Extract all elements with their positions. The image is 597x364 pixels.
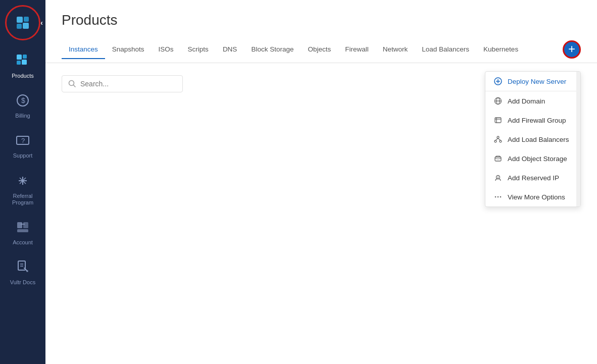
svg-rect-5 bbox=[23, 55, 27, 59]
tab-kubernetes[interactable]: Kubernetes bbox=[476, 40, 525, 59]
svg-rect-32 bbox=[495, 118, 501, 123]
docs-icon bbox=[14, 258, 32, 276]
add-firewall-label: Add Firewall Group bbox=[508, 117, 566, 124]
search-icon bbox=[68, 80, 76, 88]
svg-point-23 bbox=[26, 270, 28, 272]
add-firewall-item[interactable]: Add Firewall Group bbox=[485, 111, 580, 130]
billing-icon: $ bbox=[14, 91, 32, 110]
sidebar-item-support[interactable]: ? Support bbox=[0, 125, 45, 165]
svg-point-37 bbox=[500, 140, 502, 142]
sidebar-collapse-icon: ‹ bbox=[40, 19, 43, 27]
reserved-ip-icon bbox=[493, 173, 503, 182]
tab-objects[interactable]: Objects bbox=[301, 40, 338, 59]
search-box bbox=[62, 75, 183, 92]
add-reserved-ip-item[interactable]: Add Reserved IP bbox=[485, 168, 580, 187]
sidebar-item-support-label: Support bbox=[13, 152, 33, 159]
tab-firewall[interactable]: Firewall bbox=[338, 40, 376, 59]
view-more-options-label: View More Options bbox=[508, 193, 565, 201]
tab-network[interactable]: Network bbox=[376, 40, 415, 59]
svg-point-45 bbox=[500, 196, 502, 198]
tab-load-balancers[interactable]: Load Balancers bbox=[415, 40, 476, 59]
add-load-balancers-item[interactable]: Add Load Balancers bbox=[485, 130, 580, 149]
deploy-server-label: Deploy New Server bbox=[508, 78, 566, 85]
svg-rect-1 bbox=[24, 17, 29, 22]
account-icon bbox=[14, 218, 32, 236]
support-icon: ? bbox=[14, 131, 32, 149]
svg-rect-4 bbox=[17, 55, 22, 60]
sidebar-item-docs-label: Vultr Docs bbox=[10, 279, 35, 286]
svg-rect-17 bbox=[23, 222, 28, 228]
load-balancer-icon bbox=[493, 135, 503, 144]
tab-block-storage[interactable]: Block Storage bbox=[244, 40, 301, 59]
deploy-server-item[interactable]: Deploy New Server bbox=[485, 72, 580, 91]
dropdown-menu: Deploy New Server Add Domain bbox=[485, 71, 581, 207]
svg-point-43 bbox=[495, 196, 496, 198]
svg-rect-16 bbox=[17, 222, 22, 228]
svg-line-38 bbox=[495, 138, 498, 140]
page-title: Products bbox=[62, 12, 581, 28]
referral-icon bbox=[14, 172, 32, 190]
view-more-options-item[interactable]: View More Options bbox=[485, 187, 580, 206]
main-content: Products Instances Snapshots ISOs Script… bbox=[45, 0, 597, 364]
add-button[interactable]: + bbox=[563, 40, 581, 59]
tab-dns[interactable]: DNS bbox=[216, 40, 244, 59]
add-domain-label: Add Domain bbox=[508, 97, 545, 105]
tabs-bar: Instances Snapshots ISOs Scripts DNS Blo… bbox=[45, 36, 597, 63]
sidebar-item-products-label: Products bbox=[12, 73, 33, 79]
scroll-hint bbox=[576, 72, 580, 206]
svg-rect-0 bbox=[17, 17, 23, 23]
firewall-icon bbox=[493, 116, 503, 125]
sidebar-item-products[interactable]: Products bbox=[0, 45, 45, 85]
sidebar-item-billing-label: Billing bbox=[15, 113, 30, 119]
add-load-balancers-label: Add Load Balancers bbox=[508, 136, 569, 143]
search-input[interactable] bbox=[80, 80, 176, 88]
add-reserved-ip-label: Add Reserved IP bbox=[508, 174, 559, 182]
svg-point-44 bbox=[498, 196, 499, 198]
plus-icon: + bbox=[568, 43, 575, 55]
content-area: Deploy New Server Add Domain bbox=[45, 63, 597, 364]
sidebar-item-referral-label: Referral Program bbox=[4, 193, 41, 206]
tab-instances[interactable]: Instances bbox=[62, 40, 105, 59]
tab-scripts[interactable]: Scripts bbox=[181, 40, 216, 59]
add-object-storage-item[interactable]: Add Object Storage bbox=[485, 149, 580, 168]
svg-point-36 bbox=[494, 140, 496, 142]
svg-rect-7 bbox=[22, 60, 27, 65]
svg-rect-18 bbox=[17, 229, 28, 232]
svg-rect-3 bbox=[23, 23, 29, 29]
more-options-icon bbox=[493, 192, 503, 201]
domain-icon bbox=[493, 96, 503, 106]
svg-rect-2 bbox=[17, 24, 22, 29]
svg-point-42 bbox=[498, 177, 499, 178]
tab-isos[interactable]: ISOs bbox=[152, 40, 181, 59]
sidebar-item-billing[interactable]: $ Billing bbox=[0, 85, 45, 125]
add-domain-item[interactable]: Add Domain bbox=[485, 91, 580, 111]
object-storage-icon bbox=[493, 154, 503, 163]
svg-line-39 bbox=[498, 138, 501, 140]
sidebar-item-referral[interactable]: Referral Program bbox=[0, 166, 45, 212]
deploy-icon bbox=[493, 77, 503, 86]
sidebar-item-account-label: Account bbox=[13, 239, 33, 246]
svg-text:$: $ bbox=[21, 96, 25, 105]
sidebar-item-docs[interactable]: Vultr Docs bbox=[0, 252, 45, 292]
sidebar-logo[interactable]: ‹ bbox=[0, 0, 45, 45]
page-header: Products bbox=[45, 0, 597, 36]
svg-rect-6 bbox=[17, 61, 21, 65]
svg-line-25 bbox=[74, 85, 76, 87]
products-icon bbox=[14, 51, 32, 70]
svg-point-35 bbox=[497, 136, 499, 138]
svg-text:?: ? bbox=[21, 137, 25, 144]
sidebar: ‹ Products $ Billing ? bbox=[0, 0, 45, 364]
add-object-storage-label: Add Object Storage bbox=[508, 155, 567, 163]
sidebar-item-account[interactable]: Account bbox=[0, 212, 45, 252]
plus-button-wrapper: + bbox=[563, 36, 581, 63]
tab-snapshots[interactable]: Snapshots bbox=[105, 40, 152, 59]
